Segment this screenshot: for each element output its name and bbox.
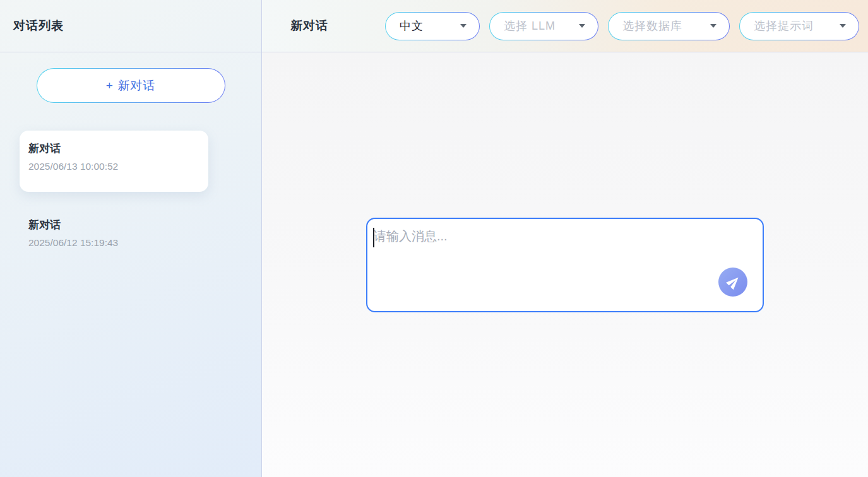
caret-down-icon	[579, 24, 585, 28]
new-chat-button[interactable]: + 新对话	[37, 68, 225, 103]
database-select-placeholder: 选择数据库	[622, 18, 682, 33]
language-dropdown[interactable]: 中文	[385, 12, 480, 40]
prompt-select-dropdown[interactable]: 选择提示词	[739, 12, 859, 40]
conversation-item[interactable]: 新对话 2025/06/12 15:19:43	[20, 207, 208, 259]
llm-select-placeholder: 选择 LLM	[504, 18, 556, 33]
main-header: 新对话 中文 选择 LLM 选择数据库 选择提示词	[262, 0, 868, 52]
text-cursor	[373, 228, 374, 247]
chat-area	[262, 52, 868, 477]
conversation-timestamp: 2025/06/13 10:00:52	[28, 161, 199, 172]
message-input-box	[366, 218, 764, 312]
conversation-list: 新对话 2025/06/13 10:00:52 新对话 2025/06/12 1…	[0, 131, 261, 259]
conversation-timestamp: 2025/06/12 15:19:43	[28, 237, 199, 249]
message-input[interactable]	[367, 219, 763, 311]
sidebar-title: 对话列表	[13, 18, 64, 34]
page-title: 新对话	[290, 18, 328, 34]
conversation-title: 新对话	[28, 141, 199, 156]
app-window: 对话列表 + 新对话 新对话 2025/06/13 10:00:52 新对话 2…	[0, 0, 868, 477]
sidebar-header: 对话列表	[0, 0, 261, 52]
prompt-select-placeholder: 选择提示词	[754, 18, 814, 33]
database-select-dropdown[interactable]: 选择数据库	[608, 12, 730, 40]
language-dropdown-value: 中文	[400, 18, 424, 33]
main-panel: 新对话 中文 选择 LLM 选择数据库 选择提示词	[262, 0, 868, 477]
caret-down-icon	[710, 24, 716, 28]
caret-down-icon	[460, 24, 467, 28]
dropdown-toolbar: 中文 选择 LLM 选择数据库 选择提示词	[385, 12, 859, 40]
llm-select-dropdown[interactable]: 选择 LLM	[489, 12, 598, 40]
caret-down-icon	[840, 24, 846, 28]
send-button[interactable]	[718, 268, 747, 297]
conversation-title: 新对话	[28, 218, 199, 232]
sidebar: 对话列表 + 新对话 新对话 2025/06/13 10:00:52 新对话 2…	[0, 0, 262, 477]
conversation-item-selected[interactable]: 新对话 2025/06/13 10:00:52	[20, 131, 208, 192]
paper-plane-icon	[724, 272, 744, 292]
